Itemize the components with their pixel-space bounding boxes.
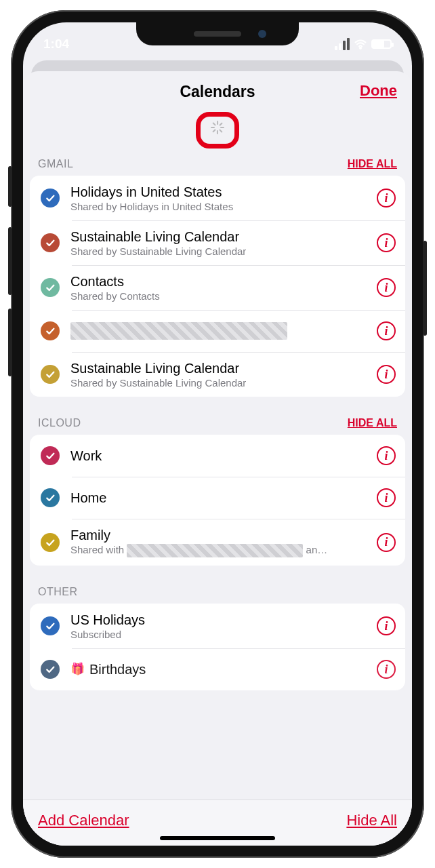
sheet-header: Calendars Done [23, 71, 412, 112]
battery-icon [371, 39, 392, 49]
info-button[interactable]: i [377, 321, 396, 340]
checkmark-icon[interactable] [41, 278, 60, 297]
calendar-subtitle: Shared by Contacts [70, 290, 377, 302]
info-button[interactable]: i [377, 189, 396, 208]
refresh-area [23, 112, 412, 151]
hide-all-button[interactable]: Hide All [346, 812, 397, 829]
wifi-icon [354, 37, 367, 51]
front-camera [258, 30, 266, 38]
screen: 1:04 Calendars Done [23, 22, 412, 846]
calendar-subtitle: Shared by Sustainable Living Calendar [70, 245, 377, 257]
calendar-row[interactable]: US Holidays Subscribed i [30, 604, 405, 648]
annotation-highlight [196, 112, 239, 149]
calendar-row[interactable]: i [30, 310, 405, 352]
home-indicator[interactable] [160, 836, 275, 840]
redacted-text [70, 322, 287, 340]
other-card: US Holidays Subscribed i Birthdays i [30, 604, 405, 690]
calendar-title: Birthdays [70, 661, 377, 677]
info-button[interactable]: i [377, 233, 396, 252]
calendar-row[interactable]: Sustainable Living Calendar Shared by Su… [30, 220, 405, 265]
checkmark-icon[interactable] [41, 616, 60, 635]
calendar-subtitle: Shared by Holidays in United States [70, 201, 377, 212]
section-header-gmail: GMAIL HIDE ALL [23, 155, 412, 176]
done-button[interactable]: Done [360, 82, 397, 100]
checkmark-icon[interactable] [41, 365, 60, 384]
calendar-title: Contacts [70, 273, 377, 290]
info-button[interactable]: i [377, 278, 396, 297]
info-button[interactable]: i [377, 365, 396, 384]
section-label: OTHER [38, 586, 78, 598]
section-header-icloud: ICLOUD HIDE ALL [23, 414, 412, 435]
calendar-title: Sustainable Living Calendar [70, 360, 377, 376]
calendars-sheet: Calendars Done GMAIL HIDE ALL [23, 71, 412, 846]
sheet-title: Calendars [180, 83, 255, 101]
calendar-title: Work [70, 448, 377, 464]
loading-spinner-icon [210, 123, 225, 138]
checkmark-icon[interactable] [41, 660, 60, 679]
checkmark-icon[interactable] [41, 533, 60, 552]
info-button[interactable]: i [377, 660, 396, 679]
volume-down-button [8, 309, 12, 376]
calendar-title: US Holidays [70, 612, 377, 628]
calendar-row[interactable]: Home i [30, 477, 405, 519]
status-time: 1:04 [43, 37, 69, 52]
gmail-card: Holidays in United States Shared by Holi… [30, 176, 405, 397]
calendar-row[interactable]: Holidays in United States Shared by Holi… [30, 176, 405, 220]
info-button[interactable]: i [377, 488, 396, 507]
calendar-list-scroll[interactable]: GMAIL HIDE ALL Holidays in United States… [23, 151, 412, 800]
calendar-title: Sustainable Living Calendar [70, 229, 377, 245]
info-button[interactable]: i [377, 533, 396, 552]
calendar-row[interactable]: Birthdays i [30, 648, 405, 690]
calendar-subtitle: Shared by Sustainable Living Calendar [70, 377, 377, 389]
calendar-row[interactable]: Work i [30, 435, 405, 477]
cellular-signal-icon [335, 38, 350, 50]
volume-up-button [8, 227, 12, 295]
checkmark-icon[interactable] [41, 189, 60, 208]
mute-switch [8, 166, 12, 207]
calendar-title: Family [70, 527, 377, 543]
side-button [423, 241, 427, 336]
section-label: ICLOUD [38, 417, 81, 429]
section-label: GMAIL [38, 158, 73, 170]
svg-point-0 [360, 47, 361, 49]
icloud-card: Work i Home i Family Shared with [30, 435, 405, 566]
add-calendar-button[interactable]: Add Calendar [38, 812, 129, 829]
gift-icon [70, 665, 84, 677]
notch [136, 22, 299, 45]
checkmark-icon[interactable] [41, 488, 60, 507]
calendar-title: Holidays in United States [70, 184, 377, 200]
phone-frame: 1:04 Calendars Done [11, 10, 424, 858]
checkmark-icon[interactable] [41, 446, 60, 465]
calendar-subtitle: Shared with an… [70, 544, 377, 557]
info-button[interactable]: i [377, 446, 396, 465]
checkmark-icon[interactable] [41, 321, 60, 340]
calendar-subtitle: Subscribed [70, 629, 377, 640]
calendar-row[interactable]: Contacts Shared by Contacts i [30, 265, 405, 310]
section-header-other: OTHER [23, 583, 412, 604]
hide-all-icloud-button[interactable]: HIDE ALL [348, 417, 397, 429]
calendar-row[interactable]: Sustainable Living Calendar Shared by Su… [30, 352, 405, 397]
calendar-row[interactable]: Family Shared with an… i [30, 519, 405, 566]
redacted-text [127, 544, 303, 557]
checkmark-icon[interactable] [41, 233, 60, 252]
calendar-title: Home [70, 490, 377, 506]
speaker [194, 31, 241, 37]
hide-all-gmail-button[interactable]: HIDE ALL [348, 158, 397, 170]
info-button[interactable]: i [377, 616, 396, 635]
